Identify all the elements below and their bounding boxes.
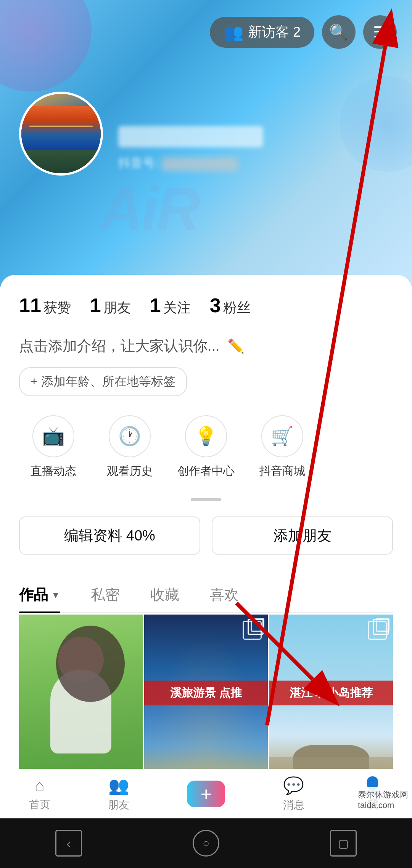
menu-icon: ☰ bbox=[373, 23, 387, 41]
video-banner-3: 湛江·玩小岛推荐 bbox=[269, 681, 393, 705]
air-text: AiR bbox=[99, 174, 199, 244]
new-visitor-label: 新访客 2 bbox=[248, 23, 301, 42]
tags-button-label: + 添加年龄、所在地等标签 bbox=[31, 373, 175, 390]
multi-video-icon bbox=[243, 621, 262, 640]
home-icon: ⌂ bbox=[34, 776, 45, 795]
shop-label: 抖音商城 bbox=[259, 463, 305, 479]
back-button[interactable]: ‹ bbox=[55, 830, 82, 857]
stat-likes[interactable]: 11 获赞 bbox=[19, 294, 71, 317]
top-bar: 👥 新访客 2 🔍 ☰ bbox=[210, 15, 397, 49]
friends-count: 1 bbox=[90, 294, 101, 317]
feature-live[interactable]: 📺 直播动态 bbox=[19, 415, 88, 479]
tabs-row: 作品 ▼ 私密 收藏 喜欢 bbox=[19, 578, 393, 613]
bio-text: 点击添加介绍，让大家认识你... bbox=[19, 336, 220, 356]
stat-friends[interactable]: 1 朋友 bbox=[90, 294, 131, 317]
features-row: 📺 直播动态 🕐 观看历史 💡 创作者中心 🛒 抖音商城 bbox=[19, 415, 393, 479]
recents-button[interactable]: ▢ bbox=[330, 830, 357, 857]
stat-fans[interactable]: 3 粉丝 bbox=[210, 294, 251, 317]
content-card: 11 获赞 1 朋友 1 关注 3 粉丝 点击添加介绍，让大家认识你... ✏️… bbox=[0, 275, 412, 834]
add-friend-button[interactable]: 添加朋友 bbox=[212, 516, 393, 555]
tab-collect[interactable]: 收藏 bbox=[150, 578, 179, 612]
watermark: 泰尔休游戏网taida.com bbox=[354, 787, 412, 813]
tab-works[interactable]: 作品 ▼ bbox=[19, 578, 60, 612]
douyin-id: 抖音号: bbox=[118, 155, 263, 172]
nav-friends[interactable]: 👥 朋友 bbox=[108, 776, 129, 812]
edit-bio-icon[interactable]: ✏️ bbox=[227, 338, 245, 354]
search-icon: 🔍 bbox=[329, 23, 348, 41]
friends-icon: 👥 bbox=[108, 776, 129, 795]
friends-label: 朋友 bbox=[103, 298, 131, 317]
edit-profile-label: 编辑资料 40% bbox=[64, 526, 155, 545]
bio-row[interactable]: 点击添加介绍，让大家认识你... ✏️ bbox=[19, 336, 393, 356]
creator-icon: 💡 bbox=[185, 415, 227, 457]
stat-following[interactable]: 1 关注 bbox=[150, 294, 191, 317]
fans-count: 3 bbox=[210, 294, 221, 317]
nav-create[interactable]: + bbox=[187, 781, 225, 807]
tab-likes[interactable]: 喜欢 bbox=[210, 578, 239, 612]
tab-works-label: 作品 bbox=[19, 585, 48, 605]
nav-messages-label: 消息 bbox=[283, 798, 304, 812]
history-label: 观看历史 bbox=[107, 463, 153, 479]
nav-home-label: 首页 bbox=[29, 797, 50, 812]
likes-label: 获赞 bbox=[43, 298, 71, 317]
tab-collect-label: 收藏 bbox=[150, 585, 179, 605]
visitor-icon: 👥 bbox=[224, 23, 243, 42]
add-friend-label: 添加朋友 bbox=[274, 526, 332, 545]
multi-video-icon-3 bbox=[368, 621, 387, 640]
feature-shop[interactable]: 🛒 抖音商城 bbox=[248, 415, 317, 479]
edit-profile-button[interactable]: 编辑资料 40% bbox=[19, 516, 200, 555]
menu-button[interactable]: ☰ bbox=[363, 15, 397, 49]
messages-icon: 💬 bbox=[283, 776, 304, 795]
feature-creator[interactable]: 💡 创作者中心 bbox=[172, 415, 240, 479]
following-count: 1 bbox=[150, 294, 161, 317]
avatar[interactable] bbox=[19, 92, 103, 176]
video-banner-2: 溪旅游景 点推 bbox=[144, 681, 268, 705]
creator-label: 创作者中心 bbox=[177, 463, 235, 479]
profile-background: 👥 新访客 2 🔍 ☰ bbox=[0, 0, 412, 298]
tab-private[interactable]: 私密 bbox=[91, 578, 120, 612]
new-visitor-button[interactable]: 👥 新访客 2 bbox=[210, 17, 314, 48]
bottom-nav: ⌂ 首页 👥 朋友 + 💬 消息 👤 我 bbox=[0, 769, 412, 818]
following-label: 关注 bbox=[163, 298, 191, 317]
username-area: 抖音号: bbox=[118, 126, 263, 176]
nav-friends-label: 朋友 bbox=[108, 798, 129, 812]
watermark-text: 泰尔休游戏网taida.com bbox=[358, 790, 408, 810]
create-plus-button[interactable]: + bbox=[187, 781, 225, 807]
add-tags-button[interactable]: + 添加年龄、所在地等标签 bbox=[19, 367, 187, 396]
live-icon: 📺 bbox=[32, 415, 74, 457]
shop-icon: 🛒 bbox=[261, 415, 303, 457]
likes-count: 11 bbox=[19, 294, 41, 317]
profile-info: 抖音号: bbox=[19, 92, 263, 176]
fans-label: 粉丝 bbox=[223, 298, 251, 317]
live-label: 直播动态 bbox=[31, 463, 76, 479]
system-nav: ‹ ○ ▢ bbox=[0, 818, 412, 868]
home-system-button[interactable]: ○ bbox=[193, 830, 219, 857]
stats-row: 11 获赞 1 朋友 1 关注 3 粉丝 bbox=[19, 294, 393, 317]
scroll-indicator bbox=[191, 498, 221, 501]
nav-messages[interactable]: 💬 消息 bbox=[283, 776, 304, 812]
douyin-id-value bbox=[162, 157, 238, 171]
action-buttons: 编辑资料 40% 添加朋友 bbox=[19, 516, 393, 555]
tab-likes-label: 喜欢 bbox=[210, 585, 239, 605]
feature-history[interactable]: 🕐 观看历史 bbox=[95, 415, 164, 479]
plus-icon: + bbox=[201, 783, 212, 805]
tab-private-label: 私密 bbox=[91, 585, 120, 605]
nav-home[interactable]: ⌂ 首页 bbox=[29, 776, 50, 812]
tab-chevron-icon: ▼ bbox=[51, 590, 60, 600]
username-blurred bbox=[118, 126, 263, 147]
history-icon: 🕐 bbox=[109, 415, 151, 457]
search-button[interactable]: 🔍 bbox=[322, 15, 356, 49]
